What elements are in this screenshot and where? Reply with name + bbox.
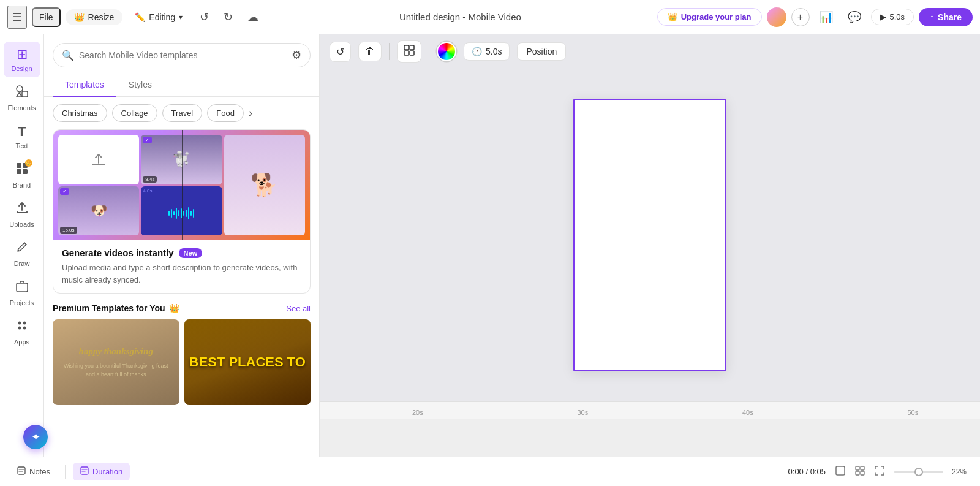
layout-button[interactable] — [397, 40, 421, 63]
bestplaces-title: BEST PLACES TO — [189, 355, 306, 370]
templates-panel: 🔍 ⚙ Templates Styles Christmas Collage T… — [44, 34, 320, 457]
svg-rect-3 — [17, 163, 21, 168]
add-collaborator-button[interactable]: + — [791, 8, 810, 26]
resize-label: Resize — [88, 12, 115, 22]
editing-dropdown[interactable]: ✏️ Editing ▾ — [127, 9, 190, 25]
thanksgiving-content: happy thanksgiving Wishing you a bountif… — [53, 336, 179, 389]
template-bestplaces[interactable]: BEST PLACES TO — [184, 319, 311, 405]
dog2-cell: 🐕 — [224, 135, 305, 235]
redo-button[interactable]: ↻ — [219, 8, 238, 26]
position-button[interactable]: Position — [517, 42, 566, 61]
panel-content: ✓ 8.4s 🐩 🐕 — [44, 129, 319, 457]
search-icon: 🔍 — [62, 50, 74, 61]
fullscreen-icon[interactable] — [872, 463, 887, 480]
design-icon: ⊞ — [17, 47, 28, 63]
sidebar-label-elements: Elements — [8, 104, 36, 112]
timeline-track[interactable] — [320, 419, 980, 457]
document-title: Untitled design - Mobile Video — [268, 12, 652, 22]
svg-rect-14 — [404, 51, 409, 55]
zoom-level: 22% — [948, 468, 970, 476]
svg-point-9 — [23, 322, 26, 325]
comments-icon[interactable]: 💬 — [843, 8, 866, 26]
icon-sidebar: ⊞ Design Elements T Text — [0, 34, 44, 457]
clock-icon: 🕐 — [472, 47, 482, 56]
share-button[interactable]: ↑ Share — [919, 8, 973, 26]
file-menu-button[interactable]: File — [32, 7, 61, 27]
tag-christmas[interactable]: Christmas — [53, 104, 107, 122]
sidebar-label-text: Text — [15, 142, 28, 150]
svg-point-0 — [17, 86, 23, 92]
tab-styles[interactable]: Styles — [116, 74, 164, 97]
sidebar-item-uploads[interactable]: Uploads — [4, 196, 40, 233]
pencil-icon: ✏️ — [135, 12, 145, 22]
magic-icon: ✦ — [31, 430, 40, 444]
search-input[interactable] — [79, 50, 287, 60]
upload-cell — [58, 135, 139, 184]
sidebar-item-text[interactable]: T Text — [4, 119, 40, 154]
tag-collage[interactable]: Collage — [112, 104, 157, 122]
svg-rect-6 — [23, 169, 28, 174]
svg-rect-1 — [22, 91, 28, 97]
duration-icon — [80, 466, 89, 477]
sidebar-item-design[interactable]: ⊞ Design — [4, 42, 40, 77]
undo-button[interactable]: ↺ — [195, 8, 214, 26]
zoom-thumb[interactable] — [914, 468, 923, 476]
timeline-ruler: 20s 30s 40s 50s — [320, 402, 980, 419]
svg-rect-12 — [404, 45, 409, 50]
upgrade-button[interactable]: 👑 Upgrade your plan — [657, 8, 762, 26]
delete-icon: 🗑 — [365, 46, 375, 57]
sidebar-item-apps[interactable]: Apps — [4, 314, 40, 351]
tab-templates[interactable]: Templates — [53, 74, 116, 97]
canvas-viewport[interactable] — [320, 69, 980, 401]
duration-button[interactable]: Duration — [73, 463, 130, 480]
sidebar-item-elements[interactable]: Elements — [4, 80, 40, 116]
sidebar-item-brand[interactable]: 👑 Brand — [4, 157, 40, 194]
see-all-button[interactable]: See all — [286, 304, 311, 313]
template-thanksgiving[interactable]: happy thanksgiving Wishing you a bountif… — [53, 319, 179, 405]
svg-rect-22 — [861, 471, 864, 475]
magic-button[interactable]: ✦ — [23, 425, 48, 449]
resize-button[interactable]: 👑 Resize — [66, 9, 123, 25]
delete-button[interactable]: 🗑 — [358, 42, 382, 61]
premium-crown-icon: 👑 — [169, 303, 179, 313]
tags-more-button[interactable]: › — [249, 107, 252, 120]
share-icon: ↑ — [930, 12, 934, 22]
analytics-icon[interactable]: 📊 — [815, 8, 838, 26]
layout-icon — [404, 45, 415, 58]
tag-food[interactable]: Food — [207, 104, 244, 122]
hamburger-menu-button[interactable]: ☰ — [7, 6, 27, 29]
uploads-icon — [15, 201, 29, 218]
canvas-area: ↺ 🗑 🕐 5.0s — [320, 34, 980, 457]
time-display-button[interactable]: 🕐 5.0s — [464, 42, 510, 61]
premium-section-header: Premium Templates for You 👑 See all — [53, 303, 311, 313]
premium-section-title: Premium Templates for You 👑 — [53, 303, 179, 313]
generate-title: Generate videos instantly New — [62, 248, 301, 258]
generate-preview: ✓ 8.4s 🐩 🐕 — [53, 130, 310, 240]
notes-button[interactable]: Notes — [10, 463, 58, 480]
bestplaces-content: BEST PLACES TO — [184, 350, 311, 374]
main-content: ⊞ Design Elements T Text — [0, 34, 980, 457]
sidebar-item-draw[interactable]: Draw — [4, 235, 40, 272]
search-box[interactable]: 🔍 ⚙ — [53, 43, 311, 67]
filter-icon[interactable]: ⚙ — [292, 48, 301, 62]
duration-label: Duration — [92, 467, 123, 476]
grid-view-icon[interactable] — [853, 463, 867, 480]
tag-travel[interactable]: Travel — [162, 104, 203, 122]
generate-title-text: Generate videos instantly — [62, 248, 174, 258]
refresh-button[interactable]: ↺ — [330, 42, 351, 62]
crown-icon: 👑 — [74, 12, 85, 22]
single-view-icon[interactable] — [833, 463, 848, 480]
sidebar-item-projects[interactable]: Projects — [4, 275, 40, 311]
color-wheel-button[interactable] — [437, 42, 456, 61]
svg-rect-19 — [856, 466, 859, 470]
svg-rect-21 — [856, 471, 859, 475]
preview-button[interactable]: ▶ 5.0s — [871, 9, 914, 25]
editing-label: Editing — [149, 12, 175, 22]
upgrade-label: Upgrade your plan — [681, 12, 752, 21]
share-label: Share — [938, 12, 962, 22]
user-avatar[interactable] — [767, 7, 786, 27]
zoom-slider[interactable] — [894, 471, 943, 473]
ruler-mark-20s: 20s — [412, 409, 423, 416]
svg-rect-16 — [18, 467, 25, 474]
apps-icon — [15, 319, 29, 336]
